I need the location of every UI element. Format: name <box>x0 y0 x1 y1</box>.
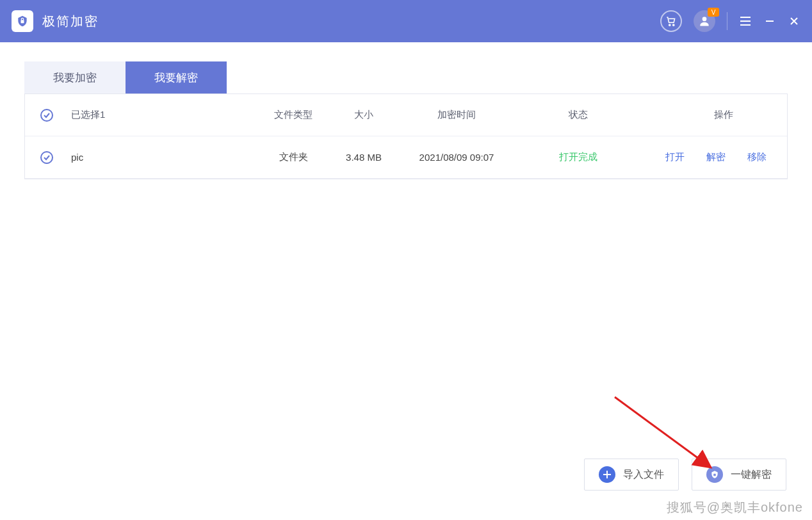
minimize-icon[interactable] <box>763 16 776 26</box>
cell-type: 文件夹 <box>258 151 329 163</box>
import-file-button[interactable]: 导入文件 <box>584 459 679 491</box>
titlebar: 极简加密 V <box>0 0 812 42</box>
cell-status: 打开完成 <box>514 151 642 163</box>
watermark: 搜狐号@奥凯丰okfone <box>667 499 803 516</box>
plus-icon <box>599 466 615 483</box>
titlebar-controls: V <box>660 10 800 32</box>
svg-point-3 <box>702 17 707 21</box>
table-row: pic 文件夹 3.48 MB 2021/08/09 09:07 打开完成 打开… <box>25 136 787 179</box>
header-actions: 操作 <box>642 109 772 121</box>
app-title: 极简加密 <box>42 13 99 30</box>
decrypt-link[interactable]: 解密 <box>706 151 726 163</box>
cell-size: 3.48 MB <box>329 152 399 163</box>
content: 我要加密 我要解密 已选择1 文件类型 大小 加密时间 状态 操作 pic 文件… <box>0 42 812 179</box>
bottom-bar: 导入文件 一键解密 <box>584 459 786 491</box>
tabs: 我要加密 我要解密 <box>24 61 788 93</box>
open-link[interactable]: 打开 <box>665 151 685 163</box>
tab-encrypt[interactable]: 我要加密 <box>24 61 126 93</box>
tab-decrypt[interactable]: 我要解密 <box>126 61 227 93</box>
decrypt-all-label: 一键解密 <box>731 468 772 482</box>
svg-point-1 <box>669 24 670 26</box>
remove-link[interactable]: 移除 <box>747 151 767 163</box>
close-icon[interactable] <box>788 16 800 26</box>
cell-time: 2021/08/09 09:07 <box>399 152 514 163</box>
svg-line-5 <box>615 397 711 467</box>
cell-name: pic <box>66 152 258 163</box>
import-label: 导入文件 <box>623 468 664 482</box>
file-panel: 已选择1 文件类型 大小 加密时间 状态 操作 pic 文件夹 3.48 MB … <box>24 93 788 179</box>
app-logo <box>12 10 33 32</box>
header-status: 状态 <box>514 109 642 121</box>
svg-point-2 <box>673 24 674 26</box>
svg-rect-0 <box>21 20 24 23</box>
svg-rect-4 <box>713 474 716 476</box>
cart-icon[interactable] <box>660 10 682 32</box>
selected-count: 已选择1 <box>66 109 258 121</box>
decrypt-all-button[interactable]: 一键解密 <box>692 459 786 491</box>
header-size: 大小 <box>329 109 399 121</box>
select-all-checkbox[interactable] <box>40 109 53 122</box>
row-checkbox[interactable] <box>40 151 53 164</box>
table-header: 已选择1 文件类型 大小 加密时间 状态 操作 <box>25 94 787 136</box>
shield-icon <box>706 466 723 483</box>
menu-icon[interactable] <box>739 17 752 26</box>
header-time: 加密时间 <box>399 109 514 121</box>
vip-badge-icon: V <box>708 8 719 17</box>
divider <box>727 12 727 30</box>
avatar-icon[interactable]: V <box>694 10 715 32</box>
header-type: 文件类型 <box>258 109 329 121</box>
